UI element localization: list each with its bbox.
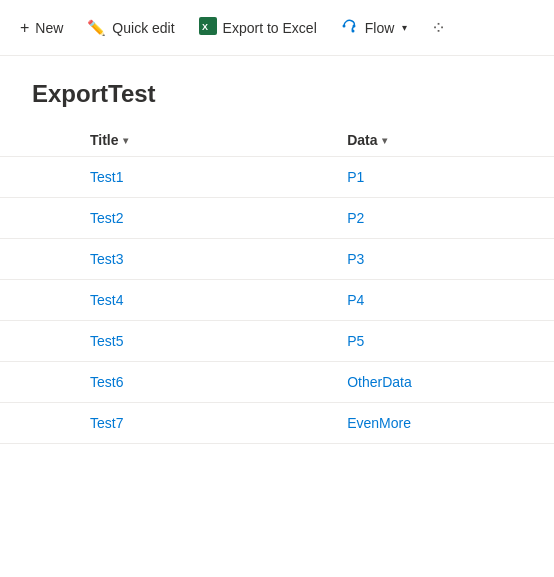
title-cell[interactable]: Test7 xyxy=(0,403,331,444)
new-label: New xyxy=(35,20,63,36)
svg-point-4 xyxy=(351,30,354,33)
chevron-down-icon: ▾ xyxy=(402,22,407,33)
svg-text:X: X xyxy=(202,22,208,32)
table-row[interactable]: Test7EvenMore xyxy=(0,403,554,444)
page-title: ExportTest xyxy=(32,80,522,108)
table-row[interactable]: Test5P5 xyxy=(0,321,554,362)
title-cell[interactable]: Test5 xyxy=(0,321,331,362)
data-cell[interactable]: P5 xyxy=(331,321,554,362)
toolbar: + New ✏️ Quick edit X Export to Excel Fl… xyxy=(0,0,554,56)
export-label: Export to Excel xyxy=(223,20,317,36)
quick-edit-button[interactable]: ✏️ Quick edit xyxy=(75,11,186,45)
svg-point-3 xyxy=(352,25,355,28)
table-body: Test1P1Test2P2Test3P3Test4P4Test5P5Test6… xyxy=(0,157,554,444)
more-dots-icon: ⁘ xyxy=(431,17,446,39)
svg-point-2 xyxy=(342,25,345,28)
pencil-icon: ✏️ xyxy=(87,19,106,37)
title-cell[interactable]: Test1 xyxy=(0,157,331,198)
data-table: Title ▾ Data ▾ Test1P1Test2P2Test3P3Test… xyxy=(0,124,554,444)
data-cell[interactable]: P3 xyxy=(331,239,554,280)
title-cell[interactable]: Test2 xyxy=(0,198,331,239)
table-row[interactable]: Test2P2 xyxy=(0,198,554,239)
title-cell[interactable]: Test6 xyxy=(0,362,331,403)
table-header: Title ▾ Data ▾ xyxy=(0,124,554,157)
excel-icon: X xyxy=(199,17,217,38)
flow-button[interactable]: Flow ▾ xyxy=(329,9,420,46)
flow-icon xyxy=(341,17,359,38)
title-column-header[interactable]: Title ▾ xyxy=(0,124,331,157)
data-sort-icon: ▾ xyxy=(382,135,387,146)
more-options-button[interactable]: ⁘ xyxy=(419,9,458,47)
quick-edit-label: Quick edit xyxy=(112,20,174,36)
export-to-excel-button[interactable]: X Export to Excel xyxy=(187,9,329,46)
table-row[interactable]: Test1P1 xyxy=(0,157,554,198)
data-cell[interactable]: OtherData xyxy=(331,362,554,403)
table-row[interactable]: Test4P4 xyxy=(0,280,554,321)
new-button[interactable]: + New xyxy=(8,11,75,45)
data-column-header[interactable]: Data ▾ xyxy=(331,124,554,157)
data-cell[interactable]: P2 xyxy=(331,198,554,239)
title-cell[interactable]: Test3 xyxy=(0,239,331,280)
table-row[interactable]: Test3P3 xyxy=(0,239,554,280)
page-title-area: ExportTest xyxy=(0,56,554,124)
data-cell[interactable]: P1 xyxy=(331,157,554,198)
title-cell[interactable]: Test4 xyxy=(0,280,331,321)
table-row[interactable]: Test6OtherData xyxy=(0,362,554,403)
title-sort-icon: ▾ xyxy=(123,135,128,146)
plus-icon: + xyxy=(20,19,29,37)
data-cell[interactable]: P4 xyxy=(331,280,554,321)
flow-label: Flow xyxy=(365,20,395,36)
data-cell[interactable]: EvenMore xyxy=(331,403,554,444)
table-header-row: Title ▾ Data ▾ xyxy=(0,124,554,157)
